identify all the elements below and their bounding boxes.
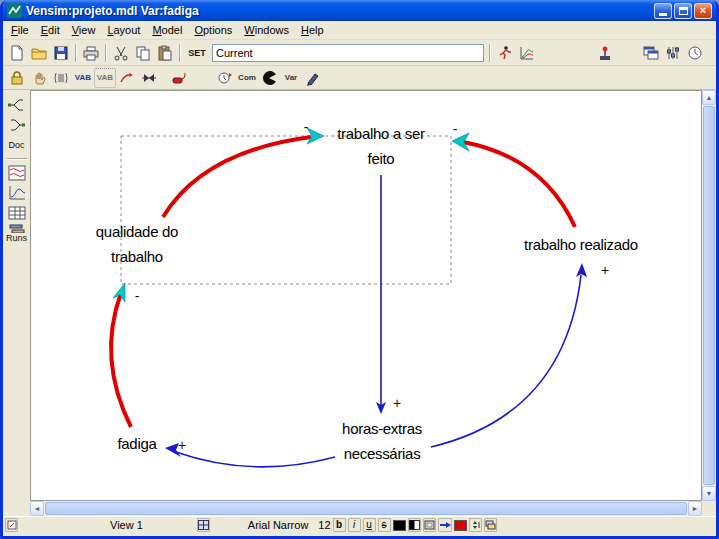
bold-button[interactable]: b (333, 518, 346, 532)
text-color-swatch[interactable] (393, 520, 406, 531)
app-icon (7, 3, 22, 18)
output-windows-button[interactable] (640, 43, 662, 63)
vertical-scroll-thumb[interactable] (703, 106, 715, 485)
save-button[interactable] (50, 43, 72, 63)
variable-tool-button[interactable]: VAB (72, 68, 94, 88)
menu-windows[interactable]: Windows (238, 22, 295, 38)
hide-level-button[interactable] (484, 518, 497, 532)
new-document-button[interactable] (6, 43, 28, 63)
title-bar[interactable]: Vensim:projeto.mdl Var:fadiga × (3, 0, 716, 21)
sensitivity-button[interactable] (516, 43, 538, 63)
shape-frame-button[interactable] (423, 518, 436, 532)
node-label-line: qualidade do (77, 219, 197, 244)
status-corner-icon (7, 520, 17, 530)
layers-icon (485, 520, 496, 530)
status-corner-button[interactable] (5, 518, 18, 532)
node-trabalho-realizado[interactable]: trabalho realizado (511, 232, 651, 257)
comment-tool-icon: Com (238, 74, 256, 82)
io-clock-icon (217, 70, 233, 86)
valve-icon (141, 70, 157, 86)
game-mode-button[interactable] (594, 43, 616, 63)
menu-layout[interactable]: Layout (101, 22, 146, 38)
link-realizado-to-trabalho[interactable] (463, 142, 575, 227)
equations-tool-button[interactable] (302, 68, 324, 88)
table-button[interactable] (5, 203, 29, 223)
shadow-variable-tool-button[interactable]: VAB (94, 68, 116, 88)
pan-tool-button[interactable] (50, 68, 72, 88)
print-button[interactable] (80, 43, 102, 63)
link-horas-to-realizado[interactable] (431, 275, 581, 447)
lock-icon (9, 70, 25, 86)
causes-tree-icon (8, 97, 26, 113)
horizontal-scrollbar[interactable]: ◄ ► (30, 501, 702, 516)
variable-tracing-tool-button[interactable]: Var (280, 68, 302, 88)
font-size-display[interactable]: 12 (318, 519, 330, 531)
close-button[interactable]: × (694, 3, 712, 19)
set-icon: SET (188, 48, 206, 58)
thickness-button[interactable] (469, 518, 482, 532)
lock-tool-button[interactable] (6, 68, 28, 88)
document-tool-button[interactable]: Doc (5, 135, 29, 155)
toolbar-separator (179, 44, 181, 62)
font-name-display[interactable]: Arial Narrow (248, 519, 309, 531)
merge-tool-button[interactable] (258, 68, 280, 88)
menu-edit[interactable]: Edit (35, 22, 66, 38)
rate-tool-button[interactable] (138, 68, 160, 88)
graph-button[interactable] (5, 183, 29, 203)
node-horas-extras-necessarias[interactable]: horas-extras necessárias (322, 416, 442, 466)
scroll-right-button[interactable]: ► (688, 501, 702, 516)
setup-simulation-button[interactable]: SET (184, 43, 210, 63)
menu-help[interactable]: Help (295, 22, 330, 38)
node-fadiga[interactable]: fadiga (97, 431, 177, 456)
io-object-tool-button[interactable] (214, 68, 236, 88)
delete-tool-button[interactable] (168, 68, 190, 88)
strikethrough-button[interactable]: s (378, 518, 391, 532)
scrollbar-corner (702, 501, 716, 516)
toolbar-separator (105, 44, 107, 62)
control-panel-button[interactable] (662, 43, 684, 63)
arrow-style-button[interactable] (438, 518, 452, 532)
arrowhead-horas-to-realizado[interactable] (576, 263, 587, 277)
simulate-button[interactable] (494, 43, 516, 63)
runs-compare-button[interactable]: Runs (5, 223, 29, 243)
arrow-color-swatch[interactable] (454, 520, 467, 531)
vertical-scrollbar[interactable]: ▲ ▼ (702, 90, 716, 501)
view-name[interactable]: View 1 (110, 519, 143, 531)
scroll-left-button[interactable]: ◄ (30, 501, 44, 516)
italic-button[interactable]: i (348, 518, 361, 532)
cut-button[interactable] (110, 43, 132, 63)
windows-icon (643, 45, 659, 61)
runname-input[interactable] (212, 44, 484, 62)
sketch-canvas[interactable]: - - - + + + trabalho a ser feito qualida… (30, 90, 702, 501)
move-size-tool-button[interactable] (28, 68, 50, 88)
horizontal-scroll-thumb[interactable] (45, 502, 687, 515)
arrow-tool-button[interactable] (116, 68, 138, 88)
uses-tree-button[interactable] (5, 115, 29, 135)
causes-tree-button[interactable] (5, 95, 29, 115)
link-qualidade-to-trabalho[interactable] (163, 137, 311, 217)
scroll-up-button[interactable]: ▲ (702, 90, 716, 105)
link-fadiga-to-qualidade[interactable] (111, 293, 131, 427)
strip-graph-button[interactable] (5, 163, 29, 183)
link-horas-to-fadiga[interactable] (176, 452, 335, 467)
scroll-down-button[interactable]: ▼ (702, 486, 716, 501)
time-axis-button[interactable] (684, 43, 706, 63)
menu-options[interactable]: Options (188, 22, 238, 38)
menu-file[interactable]: File (5, 22, 35, 38)
print-icon (83, 45, 99, 61)
underline-button[interactable]: u (363, 518, 376, 532)
copy-button[interactable] (132, 43, 154, 63)
view-navigation-button[interactable] (197, 518, 210, 532)
menu-model[interactable]: Model (146, 22, 188, 38)
paste-button[interactable] (154, 43, 176, 63)
foreground-color-button[interactable] (408, 518, 421, 532)
maximize-button[interactable] (674, 3, 692, 19)
comment-tool-button[interactable]: Com (236, 68, 258, 88)
frame-icon (424, 520, 435, 530)
node-qualidade-do-trabalho[interactable]: qualidade do trabalho (77, 219, 197, 269)
open-button[interactable] (28, 43, 50, 63)
menu-view[interactable]: View (66, 22, 102, 38)
delete-icon (171, 70, 187, 86)
minimize-button[interactable] (654, 3, 672, 19)
node-trabalho-a-ser-feito[interactable]: trabalho a ser feito (321, 121, 441, 171)
